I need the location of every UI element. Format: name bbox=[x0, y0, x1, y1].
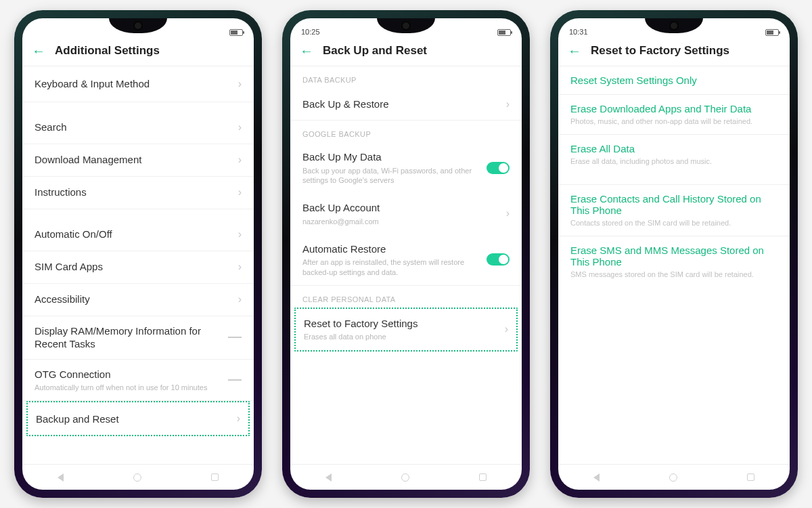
row-label: Download Management bbox=[35, 153, 233, 167]
row-label: Automatic On/Off bbox=[35, 228, 233, 241]
option-erase-downloaded-apps[interactable]: Erase Downloaded Apps and Their Data Pho… bbox=[558, 95, 790, 134]
nav-back-icon[interactable] bbox=[593, 473, 600, 482]
row-display-ram[interactable]: Display RAM/Memory Information for Recen… bbox=[22, 316, 254, 360]
back-arrow-icon[interactable]: ← bbox=[300, 44, 313, 58]
row-sublabel: Back up your app data, Wi-Fi passwords, … bbox=[302, 166, 481, 186]
page-title: Back Up and Reset bbox=[323, 44, 427, 58]
option-erase-sms[interactable]: Erase SMS and MMS Messages Stored on Thi… bbox=[558, 236, 790, 287]
settings-list: DATA BACKUP Back Up & Restore › GOOGLE B… bbox=[290, 66, 522, 464]
row-search[interactable]: Search › bbox=[22, 112, 254, 144]
toggle-off-icon[interactable] bbox=[228, 379, 242, 381]
row-label: Back Up & Restore bbox=[302, 98, 501, 111]
row-label: Reset to Factory Settings bbox=[304, 317, 499, 331]
row-reset-factory[interactable]: Reset to Factory Settings Erases all dat… bbox=[296, 309, 516, 350]
row-label: Instructions bbox=[35, 186, 233, 199]
header: ← Additional Settings bbox=[22, 37, 254, 66]
chevron-right-icon: › bbox=[238, 154, 242, 166]
nav-home-icon[interactable] bbox=[133, 473, 141, 482]
row-label: OTG Connection bbox=[35, 368, 223, 381]
option-label: Erase Contacts and Call History Stored o… bbox=[570, 193, 777, 216]
row-automatic-restore[interactable]: Automatic Restore After an app is reinst… bbox=[290, 234, 522, 286]
row-sublabel: nazarenko@gmail.com bbox=[302, 217, 501, 226]
battery-icon bbox=[765, 29, 779, 36]
option-reset-system-settings[interactable]: Reset System Settings Only bbox=[558, 66, 790, 94]
row-keyboard-input[interactable]: Keyboard & Input Method › bbox=[22, 66, 254, 102]
row-label: Back Up My Data bbox=[302, 150, 481, 164]
row-backup-and-reset[interactable]: Backup and Reset › bbox=[28, 402, 248, 435]
nav-recent-icon[interactable] bbox=[747, 473, 754, 481]
page-title: Reset to Factory Settings bbox=[591, 44, 729, 58]
nav-recent-icon[interactable] bbox=[211, 473, 219, 481]
row-label: Search bbox=[35, 121, 233, 134]
chevron-right-icon: › bbox=[505, 323, 508, 335]
chevron-right-icon: › bbox=[506, 207, 510, 219]
option-sublabel: SMS messages stored on the SIM card will… bbox=[570, 270, 777, 279]
highlight-box: Reset to Factory Settings Erases all dat… bbox=[294, 308, 518, 352]
phone-mockup-3: 10:31 ← Reset to Factory Settings Reset … bbox=[550, 10, 798, 498]
battery-icon bbox=[229, 29, 243, 36]
row-label: Keyboard & Input Method bbox=[35, 77, 233, 91]
section-label: CLEAR PERSONAL DATA bbox=[290, 286, 522, 308]
row-sim-card-apps[interactable]: SIM Card Apps › bbox=[22, 251, 254, 284]
back-arrow-icon[interactable]: ← bbox=[568, 44, 581, 58]
option-erase-contacts[interactable]: Erase Contacts and Call History Stored o… bbox=[558, 185, 790, 236]
nav-recent-icon[interactable] bbox=[479, 473, 487, 481]
row-automatic-on-off[interactable]: Automatic On/Off › bbox=[22, 219, 254, 251]
row-download-management[interactable]: Download Management › bbox=[22, 144, 254, 177]
row-label: Backup and Reset bbox=[36, 412, 231, 426]
option-sublabel: Contacts stored on the SIM card will be … bbox=[570, 218, 777, 228]
screen: 10:31 ← Reset to Factory Settings Reset … bbox=[558, 18, 790, 490]
option-erase-all-data[interactable]: Erase All Data Erase all data, including… bbox=[558, 135, 790, 174]
chevron-right-icon: › bbox=[238, 78, 242, 90]
screen: 10:25 ← Back Up and Reset DATA BACKUP Ba… bbox=[290, 18, 522, 490]
row-sublabel: After an app is reinstalled, the system … bbox=[302, 257, 481, 277]
nav-back-icon[interactable] bbox=[58, 473, 64, 482]
chevron-right-icon: › bbox=[238, 186, 242, 198]
status-time: 10:25 bbox=[301, 28, 328, 36]
reset-options-list: Reset System Settings Only Erase Downloa… bbox=[558, 66, 790, 464]
chevron-right-icon: › bbox=[238, 293, 242, 305]
android-nav-bar bbox=[290, 464, 522, 490]
nav-back-icon[interactable] bbox=[325, 473, 332, 482]
header: ← Back Up and Reset bbox=[290, 37, 522, 66]
battery-icon bbox=[497, 29, 511, 36]
settings-list: Keyboard & Input Method › Search › Downl… bbox=[22, 66, 254, 464]
phone-mockup-1: ← Additional Settings Keyboard & Input M… bbox=[14, 10, 262, 498]
row-label: SIM Card Apps bbox=[35, 260, 233, 274]
page-title: Additional Settings bbox=[55, 44, 160, 58]
android-nav-bar bbox=[22, 464, 254, 490]
row-label: Automatic Restore bbox=[302, 242, 481, 256]
row-otg-connection[interactable]: OTG Connection Automatically turn off wh… bbox=[22, 360, 254, 402]
row-accessibility[interactable]: Accessibility › bbox=[22, 284, 254, 316]
toggle-on-icon[interactable] bbox=[487, 162, 510, 174]
option-label: Erase All Data bbox=[570, 143, 777, 154]
option-label: Erase Downloaded Apps and Their Data bbox=[570, 103, 777, 114]
row-instructions[interactable]: Instructions › bbox=[22, 177, 254, 209]
chevron-right-icon: › bbox=[506, 98, 510, 110]
row-backup-restore[interactable]: Back Up & Restore › bbox=[290, 88, 522, 121]
section-label: DATA BACKUP bbox=[290, 66, 522, 88]
chevron-right-icon: › bbox=[238, 228, 242, 240]
status-time: 10:31 bbox=[569, 28, 596, 36]
option-sublabel: Photos, music, and other non-app data wi… bbox=[570, 117, 777, 126]
row-label: Accessibility bbox=[35, 293, 233, 306]
option-label: Reset System Settings Only bbox=[570, 75, 777, 86]
android-nav-bar bbox=[558, 464, 790, 490]
row-backup-account[interactable]: Back Up Account nazarenko@gmail.com › bbox=[290, 193, 522, 234]
chevron-right-icon: › bbox=[238, 121, 242, 133]
screen: ← Additional Settings Keyboard & Input M… bbox=[22, 18, 254, 490]
row-label: Display RAM/Memory Information for Recen… bbox=[35, 324, 223, 351]
row-backup-my-data[interactable]: Back Up My Data Back up your app data, W… bbox=[290, 142, 522, 193]
toggle-on-icon[interactable] bbox=[487, 253, 510, 266]
option-sublabel: Erase all data, including photos and mus… bbox=[570, 156, 777, 166]
back-arrow-icon[interactable]: ← bbox=[32, 44, 45, 58]
nav-home-icon[interactable] bbox=[401, 473, 409, 482]
nav-home-icon[interactable] bbox=[669, 473, 677, 482]
toggle-off-icon[interactable] bbox=[228, 337, 242, 338]
row-sublabel: Erases all data on phone bbox=[304, 332, 499, 341]
chevron-right-icon: › bbox=[237, 412, 240, 425]
option-label: Erase SMS and MMS Messages Stored on Thi… bbox=[570, 245, 777, 268]
phone-mockup-2: 10:25 ← Back Up and Reset DATA BACKUP Ba… bbox=[282, 10, 530, 498]
row-sublabel: Automatically turn off when not in use f… bbox=[35, 383, 223, 392]
chevron-right-icon: › bbox=[238, 261, 242, 273]
